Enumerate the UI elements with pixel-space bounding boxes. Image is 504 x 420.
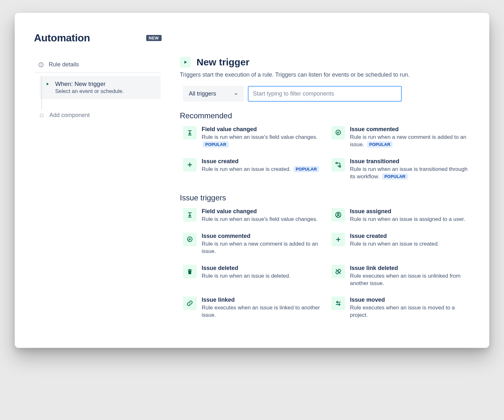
- plus-icon: [183, 158, 197, 172]
- trigger-desc: Rule executes when an issue is linked to…: [202, 304, 322, 319]
- trigger-title: Issue created: [202, 158, 319, 165]
- trigger-tile[interactable]: Issue assignedRule is run when an issue …: [332, 208, 470, 223]
- trigger-desc: Rule is run when an issue is created.: [350, 240, 439, 248]
- trigger-tile[interactable]: Issue deletedRule is run when an issue i…: [183, 265, 322, 287]
- trigger-title: Field value changed: [202, 208, 317, 215]
- trigger-title: Issue deleted: [202, 265, 290, 272]
- trigger-tile[interactable]: Field value changedRule is run when an i…: [183, 208, 322, 223]
- dropdown-label: All triggers: [189, 90, 216, 97]
- trigger-title: Issue moved: [350, 297, 470, 303]
- transition-icon: [332, 158, 345, 172]
- trigger-tile[interactable]: Issue link deletedRule executes when an …: [332, 265, 470, 287]
- trigger-title: Field value changed: [202, 126, 322, 133]
- filter-components-input[interactable]: [248, 86, 402, 102]
- trash-icon: [183, 265, 197, 278]
- popular-badge: POPULAR: [367, 141, 393, 148]
- sidebar-add-component-label: Add component: [49, 112, 90, 119]
- trigger-desc: Rule executes when an issue is unlinked …: [350, 273, 470, 287]
- main-subtitle: Triggers start the execution of a rule. …: [180, 71, 470, 78]
- trigger-title: Issue transitioned: [350, 158, 470, 165]
- trigger-tile[interactable]: Issue createdRule is run when an issue i…: [183, 158, 322, 181]
- trigger-desc: Rule is run when a new comment is added …: [350, 134, 470, 148]
- timeline-dot-icon: [40, 113, 44, 117]
- trigger-desc: Rule is run when an issue is created. PO…: [202, 166, 319, 173]
- sidebar-trigger-step[interactable]: When: New trigger Select an event or sch…: [40, 76, 161, 99]
- trigger-desc: Rule is run when an issue is deleted.: [202, 273, 290, 280]
- field-change-icon: [183, 208, 197, 222]
- trigger-title: Issue assigned: [350, 208, 465, 215]
- trigger-desc: Rule is run when an issue's field value …: [202, 216, 317, 223]
- popular-badge: POPULAR: [294, 166, 319, 172]
- svg-point-11: [336, 162, 337, 164]
- trigger-title: Issue commented: [202, 233, 322, 239]
- svg-point-12: [339, 166, 341, 167]
- play-icon: [44, 82, 51, 86]
- trigger-title: Issue linked: [202, 297, 322, 303]
- trigger-category-dropdown[interactable]: All triggers: [183, 86, 244, 102]
- play-icon: [180, 57, 191, 68]
- trigger-title: Issue commented: [350, 126, 470, 133]
- trigger-desc: Rule executes when an issue is moved to …: [350, 304, 470, 319]
- comment-icon: [332, 126, 345, 139]
- moved-icon: [332, 297, 345, 310]
- sidebar-rule-details-label: Rule details: [49, 61, 79, 68]
- section-title: Issue triggers: [180, 193, 470, 202]
- sidebar-rule-details[interactable]: Rule details: [34, 57, 161, 73]
- trigger-tile[interactable]: Issue createdRule is run when an issue i…: [332, 233, 470, 255]
- page-title: Automation: [34, 32, 90, 44]
- sidebar-step-subtitle: Select an event or schedule.: [55, 88, 124, 95]
- trigger-tile[interactable]: Issue movedRule executes when an issue i…: [332, 297, 470, 319]
- popular-badge: POPULAR: [382, 173, 408, 180]
- plus-icon: [332, 233, 345, 246]
- sidebar-add-component[interactable]: Add component: [40, 99, 161, 119]
- sidebar-step-title: When: New trigger: [55, 80, 124, 88]
- link-icon: [183, 297, 197, 310]
- chevron-down-icon: [234, 92, 238, 96]
- trigger-desc: Rule is run when an issue is transitione…: [350, 166, 470, 181]
- trigger-desc: Rule is run when an issue is assigned to…: [350, 216, 465, 223]
- trigger-tile[interactable]: Issue commentedRule is run when a new co…: [183, 233, 322, 255]
- trigger-tile[interactable]: Issue linkedRule executes when an issue …: [183, 297, 322, 319]
- main-panel: New trigger Triggers start the execution…: [180, 57, 470, 332]
- comment-icon: [183, 233, 197, 246]
- field-change-icon: [183, 126, 197, 139]
- main-title: New trigger: [197, 57, 249, 68]
- unlink-icon: [332, 265, 345, 278]
- assigned-icon: [332, 208, 345, 222]
- sidebar: Rule details When: New trigger Select an…: [34, 57, 161, 332]
- svg-point-17: [337, 213, 339, 215]
- new-badge: NEW: [146, 35, 162, 41]
- popular-badge: POPULAR: [203, 141, 229, 148]
- trigger-title: Issue created: [350, 233, 439, 239]
- trigger-tile[interactable]: Issue transitionedRule is run when an is…: [332, 158, 470, 181]
- svg-point-2: [41, 63, 41, 64]
- info-icon: [38, 62, 44, 68]
- trigger-title: Issue link deleted: [350, 265, 470, 272]
- trigger-tile[interactable]: Issue commentedRule is run when a new co…: [332, 126, 470, 148]
- section-title: Recommended: [180, 111, 470, 120]
- trigger-desc: Rule is run when an issue's field value …: [202, 134, 322, 148]
- trigger-tile[interactable]: Field value changedRule is run when an i…: [183, 126, 322, 148]
- trigger-desc: Rule is run when a new comment is added …: [202, 240, 322, 255]
